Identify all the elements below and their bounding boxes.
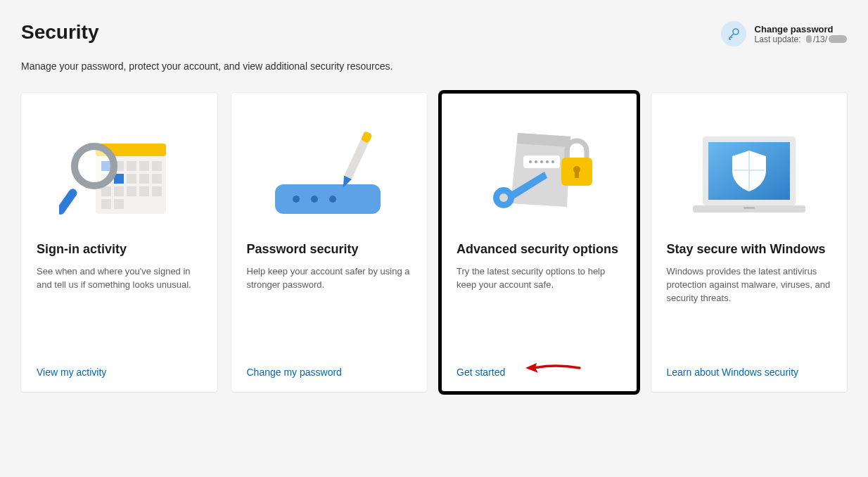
card-title: Advanced security options bbox=[457, 242, 622, 257]
cards-container: Sign-in activity See when and where you'… bbox=[21, 93, 847, 392]
password-security-illustration bbox=[247, 108, 412, 242]
card-windows-security: Stay secure with Windows Windows provide… bbox=[651, 93, 848, 392]
svg-point-38 bbox=[551, 160, 554, 163]
page-title: Security bbox=[21, 21, 99, 44]
windows-security-illustration bbox=[667, 108, 832, 242]
svg-rect-11 bbox=[139, 174, 149, 184]
card-title: Password security bbox=[247, 242, 412, 257]
advanced-security-illustration bbox=[457, 108, 622, 242]
svg-rect-12 bbox=[152, 174, 162, 184]
get-started-link[interactable]: Get started bbox=[457, 367, 505, 378]
svg-rect-10 bbox=[127, 174, 136, 184]
header: Security Change password Last update: /1… bbox=[21, 21, 847, 46]
svg-point-43 bbox=[499, 193, 508, 202]
card-desc: Windows provides the latest antivirus pr… bbox=[667, 265, 832, 367]
svg-point-27 bbox=[329, 196, 336, 203]
svg-rect-16 bbox=[139, 186, 149, 196]
svg-point-35 bbox=[535, 160, 537, 163]
svg-rect-7 bbox=[152, 161, 162, 171]
view-my-activity-link[interactable]: View my activity bbox=[37, 367, 106, 378]
redacted-year bbox=[829, 35, 847, 43]
svg-point-26 bbox=[311, 196, 318, 203]
svg-rect-24 bbox=[275, 184, 381, 214]
change-password-title: Change password bbox=[755, 24, 847, 34]
card-password-security: Password security Help keep your account… bbox=[231, 93, 428, 392]
svg-point-0 bbox=[733, 29, 739, 34]
svg-point-22 bbox=[75, 146, 114, 186]
svg-rect-5 bbox=[127, 161, 136, 171]
card-advanced-security: Advanced security options Try the latest… bbox=[441, 93, 637, 392]
svg-point-25 bbox=[293, 196, 300, 203]
svg-rect-13 bbox=[101, 186, 111, 196]
card-desc: Help keep your account safer by using a … bbox=[247, 265, 412, 367]
svg-rect-47 bbox=[743, 207, 755, 209]
svg-point-36 bbox=[540, 160, 543, 163]
redacted-month bbox=[806, 35, 812, 43]
change-password-text: Change password Last update: /13/ bbox=[755, 24, 847, 44]
svg-rect-18 bbox=[101, 199, 111, 209]
key-icon bbox=[721, 21, 746, 46]
signin-activity-illustration bbox=[37, 108, 202, 242]
svg-point-37 bbox=[546, 160, 549, 163]
card-desc: See when and where you've signed in and … bbox=[37, 265, 202, 367]
svg-rect-41 bbox=[575, 171, 579, 178]
svg-point-34 bbox=[529, 160, 532, 163]
card-signin-activity: Sign-in activity See when and where you'… bbox=[21, 93, 217, 392]
svg-rect-23 bbox=[59, 187, 79, 216]
change-password-widget[interactable]: Change password Last update: /13/ bbox=[721, 21, 847, 46]
card-title: Stay secure with Windows bbox=[667, 242, 832, 257]
svg-rect-15 bbox=[127, 186, 136, 196]
svg-rect-14 bbox=[114, 186, 124, 196]
change-password-sub: Last update: /13/ bbox=[755, 34, 847, 44]
svg-rect-17 bbox=[152, 186, 162, 196]
page-subtitle: Manage your password, protect your accou… bbox=[21, 61, 847, 72]
svg-rect-6 bbox=[139, 161, 149, 171]
learn-windows-security-link[interactable]: Learn about Windows security bbox=[667, 367, 799, 378]
change-my-password-link[interactable]: Change my password bbox=[247, 367, 342, 378]
card-desc: Try the latest security options to help … bbox=[457, 265, 622, 367]
card-title: Sign-in activity bbox=[37, 242, 202, 257]
svg-rect-19 bbox=[114, 199, 124, 209]
